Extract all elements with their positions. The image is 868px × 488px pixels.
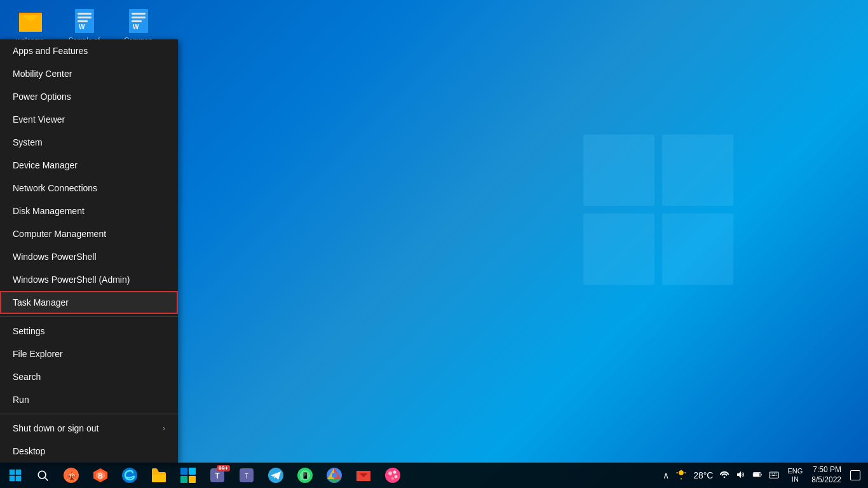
system-tray-icons: ∧ 28°C [661,469,781,482]
menu-item-shutdown[interactable]: Shut down or sign out › [0,417,178,440]
windows-logo [576,127,741,292]
taskbar: 🎪 B [0,463,868,488]
tray-weather-temp[interactable]: 28°C [691,470,715,480]
svg-text:📱: 📱 [301,471,309,480]
svg-rect-63 [754,473,759,476]
svg-rect-8 [78,13,92,15]
menu-item-computer-management[interactable]: Computer Management [0,222,178,245]
menu-item-device-manager[interactable]: Device Manager [0,154,178,177]
svg-rect-24 [16,476,21,481]
svg-rect-13 [132,13,146,15]
menu-item-run[interactable]: Run [0,388,178,411]
welcome-icon [18,9,43,34]
language-indicator[interactable]: ENGIN [785,467,805,484]
system-clock[interactable]: 7:50 PM 8/5/2022 [809,465,844,485]
svg-text:🎪: 🎪 [66,470,78,481]
svg-text:B: B [98,472,103,480]
svg-rect-33 [180,468,187,475]
tray-network-icon[interactable] [717,470,731,482]
taskbar-app-chrome[interactable] [320,463,348,488]
taskbar-app-teams[interactable]: T [233,463,261,488]
svg-point-46 [332,473,337,478]
start-button[interactable] [0,463,31,488]
taskbar-app-edge[interactable] [116,463,144,488]
taskbar-app-festival[interactable]: 🎪 [57,463,85,488]
svg-point-53 [395,475,398,478]
svg-rect-2 [583,214,654,285]
svg-rect-35 [180,476,187,483]
svg-rect-57 [681,478,682,479]
svg-rect-3 [662,214,733,285]
svg-rect-23 [10,476,15,481]
svg-text:W: W [79,24,85,30]
svg-rect-67 [774,473,775,474]
taskbar-app-store[interactable] [174,463,202,488]
svg-rect-62 [761,473,762,475]
svg-text:W: W [133,24,139,30]
svg-rect-34 [189,468,196,475]
tray-weather-icon[interactable] [674,469,689,482]
svg-rect-9 [78,17,92,18]
svg-rect-72 [851,471,860,480]
svg-rect-1 [662,135,733,206]
menu-divider-1 [0,316,178,317]
menu-item-settings[interactable]: Settings [0,320,178,342]
menu-item-task-manager[interactable]: Task Manager [0,291,178,314]
svg-rect-14 [132,17,146,18]
svg-rect-65 [771,473,771,474]
svg-rect-6 [19,13,42,15]
menu-item-apps-features[interactable]: Apps and Features [0,39,178,62]
menu-item-desktop[interactable]: Desktop [0,440,178,463]
menu-item-disk-management[interactable]: Disk Management [0,200,178,222]
tray-expand-icon[interactable]: ∧ [661,470,671,480]
tray-speaker-icon[interactable] [734,470,748,482]
tray-keyboard-icon[interactable] [767,470,781,482]
svg-rect-10 [78,20,88,22]
svg-point-32 [122,468,137,483]
menu-item-windows-powershell-admin[interactable]: Windows PowerShell (Admin) [0,268,178,291]
menu-item-network-connections[interactable]: Network Connections [0,177,178,200]
svg-point-51 [388,471,392,475]
menu-item-event-viewer[interactable]: Event Viewer [0,108,178,131]
svg-line-26 [45,478,48,481]
taskbar-app-gmail[interactable] [349,463,377,488]
svg-point-50 [385,468,400,483]
taskbar-system-tray: ∧ 28°C [661,463,868,488]
taskbar-app-paint[interactable] [379,463,407,488]
taskbar-app-explorer[interactable] [145,463,173,488]
menu-item-windows-powershell[interactable]: Windows PowerShell [0,245,178,268]
clock-time: 7:50 PM [811,465,841,475]
taskbar-app-whatsapp[interactable]: 📱 [291,463,319,488]
svg-rect-58 [677,472,678,473]
taskbar-app-badge[interactable]: T 99+ [203,463,231,488]
svg-text:T: T [245,473,248,480]
svg-rect-21 [10,470,15,475]
svg-rect-49 [356,471,370,473]
common-icon: W [126,9,151,34]
menu-item-power-options[interactable]: Power Options [0,85,178,108]
shutdown-arrow-icon: › [163,424,165,433]
taskbar-app-brave[interactable]: B [86,463,114,488]
svg-point-54 [391,477,394,480]
svg-rect-15 [132,20,142,22]
taskbar-app-telegram[interactable] [262,463,290,488]
svg-point-60 [724,476,726,478]
menu-item-mobility-center[interactable]: Mobility Center [0,62,178,85]
svg-rect-56 [681,470,682,471]
svg-text:T: T [215,471,220,480]
menu-divider-2 [0,414,178,414]
svg-rect-68 [776,473,776,474]
menu-item-search[interactable]: Search [0,365,178,388]
svg-point-52 [393,471,397,474]
taskbar-search-button[interactable] [31,463,55,488]
notification-button[interactable] [848,463,863,488]
menu-item-file-explorer[interactable]: File Explorer [0,342,178,365]
svg-rect-36 [189,476,196,483]
menu-item-system[interactable]: System [0,131,178,154]
context-menu: Apps and Features Mobility Center Power … [0,39,178,463]
badge-count: 99+ [217,465,230,471]
svg-rect-59 [684,472,686,473]
desktop: welcome W Sample ofLinking wi... [0,0,868,488]
tray-battery-icon[interactable] [750,470,764,482]
sample-icon: W [72,9,97,34]
